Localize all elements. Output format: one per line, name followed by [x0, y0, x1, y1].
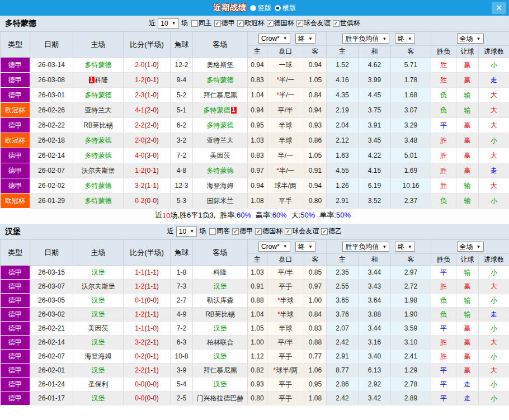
same-venue-filter[interactable]: 同主: [191, 18, 212, 28]
result-handicap: 输: [464, 106, 471, 114]
league-filter[interactable]: ✓世俱杯: [333, 18, 360, 28]
away-team[interactable]: 国际米兰: [207, 197, 234, 205]
away-team[interactable]: 汉堡: [214, 324, 227, 332]
odds-time-select[interactable]: 终 ▼: [295, 34, 315, 44]
away-team[interactable]: 美因茨: [210, 152, 230, 159]
home-team[interactable]: RB莱比锡: [83, 121, 113, 129]
away-team[interactable]: 汉堡: [214, 380, 227, 388]
avg-odds-select[interactable]: 胜平负均值 ▼: [342, 34, 389, 44]
result-handicap: 赢: [464, 152, 471, 159]
league-type-label: 德甲: [8, 167, 22, 174]
league-type-label: 德甲: [8, 296, 22, 304]
away-team[interactable]: 多特蒙德: [207, 167, 234, 174]
result-handicap: 输: [464, 310, 471, 318]
checkbox-checked-icon[interactable]: ✓: [267, 20, 274, 27]
games-label: 场: [181, 18, 188, 28]
home-team[interactable]: 汉堡: [92, 310, 105, 318]
checkbox-checked-icon[interactable]: ✓: [296, 20, 303, 27]
checkbox-checked-icon[interactable]: ✓: [255, 228, 262, 235]
checkbox-checked-icon[interactable]: ✓: [232, 228, 239, 235]
home-team[interactable]: 科隆: [95, 76, 109, 84]
checkbox-checked-icon[interactable]: ✓: [333, 20, 340, 27]
home-team[interactable]: 美因茨: [88, 324, 109, 332]
games-count-select[interactable]: 10 ▼: [158, 18, 178, 29]
checkbox-checked-icon[interactable]: ✓: [214, 20, 221, 27]
league-label: 德国杯: [274, 18, 294, 28]
league-filter[interactable]: ✓德乙: [321, 226, 342, 236]
home-team[interactable]: 汉堡: [92, 268, 105, 276]
away-team[interactable]: 多特蒙德: [207, 76, 234, 84]
home-team[interactable]: 多特蒙德: [85, 182, 112, 190]
handicap-cell: *半/一: [267, 88, 304, 103]
away-team[interactable]: 拜仁慕尼黑: [204, 91, 237, 99]
away-team[interactable]: 海登海姆: [207, 182, 234, 190]
avg-time-select[interactable]: 终 ▼: [395, 242, 415, 252]
league-filter[interactable]: ✓德甲: [232, 226, 253, 236]
games-count-select[interactable]: 10 ▼: [176, 226, 197, 237]
league-filter[interactable]: ✓德甲: [214, 18, 235, 28]
result-wdl: 胜: [440, 338, 447, 346]
avg-odds-select[interactable]: 胜平负均值 ▼: [342, 242, 389, 252]
checkbox-checked-icon[interactable]: ✓: [285, 228, 291, 235]
crow-away-odds: 0.84: [304, 308, 327, 322]
away-team[interactable]: RB莱比锡: [205, 310, 235, 318]
home-team[interactable]: 圣保利: [88, 380, 109, 388]
result-wdl: 平: [440, 324, 447, 332]
home-team[interactable]: 汉堡: [92, 394, 105, 402]
radio-unchecked-icon[interactable]: [250, 5, 256, 11]
home-team[interactable]: 汉堡: [92, 366, 105, 374]
league-filter[interactable]: ✓球会友谊: [296, 18, 331, 28]
avg-time-select[interactable]: 终 ▼: [395, 34, 415, 44]
away-team[interactable]: 多特蒙德: [204, 106, 230, 114]
same-venue-filter[interactable]: 同客: [209, 226, 230, 236]
home-team[interactable]: 多特蒙德: [85, 136, 112, 144]
match-date: 26-02-22: [30, 118, 73, 133]
col-header-away: 客场: [193, 32, 248, 58]
halftime-score: (1-1): [145, 310, 159, 318]
league-filter[interactable]: ✓球会友谊: [285, 226, 319, 236]
bookmaker-select[interactable]: Crow* ▼: [258, 242, 290, 252]
checkbox-unchecked-icon[interactable]: [191, 20, 198, 27]
avg-odds-group-header: 胜平负均值 ▼ 终 ▼: [327, 240, 431, 254]
league-filter[interactable]: ✓德国杯: [255, 226, 282, 236]
away-team[interactable]: 门兴格拉德巴赫: [197, 394, 244, 402]
league-filters: ✓德甲✓德国杯✓球会友谊✓德乙: [230, 226, 342, 236]
away-team[interactable]: 柏林联合: [207, 338, 234, 346]
checkbox-checked-icon[interactable]: ✓: [237, 20, 244, 27]
away-team[interactable]: 汉堡: [214, 282, 227, 290]
close-button[interactable]: ✕: [492, 2, 506, 14]
away-team[interactable]: 汉堡: [214, 352, 227, 360]
home-team[interactable]: 多特蒙德: [85, 61, 112, 69]
home-team[interactable]: 多特蒙德: [85, 197, 112, 205]
crow-home-odds: 1.08: [248, 194, 267, 209]
league-type-cell: 德甲: [1, 118, 30, 133]
match-scope-select[interactable]: 全场 ▼: [457, 34, 484, 44]
home-team[interactable]: 海登海姆: [85, 352, 112, 360]
orientation-radio-vertical[interactable]: 竖版: [250, 3, 271, 13]
checkbox-checked-icon[interactable]: ✓: [321, 228, 328, 235]
away-team[interactable]: 奥格斯堡: [207, 61, 234, 69]
home-team[interactable]: 沃尔夫斯堡: [82, 282, 115, 290]
away-team[interactable]: 拜仁慕尼黑: [204, 366, 237, 374]
league-type-cell: 德甲: [1, 377, 30, 391]
orientation-radio-horizontal[interactable]: 横版: [275, 3, 296, 13]
home-team[interactable]: 汉堡: [92, 338, 105, 346]
away-team[interactable]: 科隆: [214, 268, 227, 276]
away-team[interactable]: 勒沃库森: [207, 296, 234, 304]
match-scope-select[interactable]: 全场 ▼: [457, 242, 484, 252]
league-filter[interactable]: ✓欧冠杯: [237, 18, 265, 28]
radio-checked-icon[interactable]: [275, 5, 281, 11]
home-team[interactable]: 亚特兰大: [85, 106, 112, 114]
home-team[interactable]: 多特蒙德: [85, 91, 112, 99]
result-handicap: 赢: [464, 136, 471, 144]
checkbox-unchecked-icon[interactable]: [209, 228, 216, 235]
bookmaker-select[interactable]: Crow* ▼: [258, 34, 290, 44]
crow-home-odds: 1.05: [248, 322, 267, 336]
away-team[interactable]: 多特蒙德: [207, 121, 234, 129]
home-team[interactable]: 沃尔夫斯堡: [82, 167, 115, 174]
home-team[interactable]: 多特蒙德: [85, 152, 112, 159]
away-team[interactable]: 亚特兰大: [207, 136, 234, 144]
odds-time-select[interactable]: 终 ▼: [295, 242, 315, 252]
home-team[interactable]: 汉堡: [92, 296, 105, 304]
league-filter[interactable]: ✓德国杯: [267, 18, 294, 28]
